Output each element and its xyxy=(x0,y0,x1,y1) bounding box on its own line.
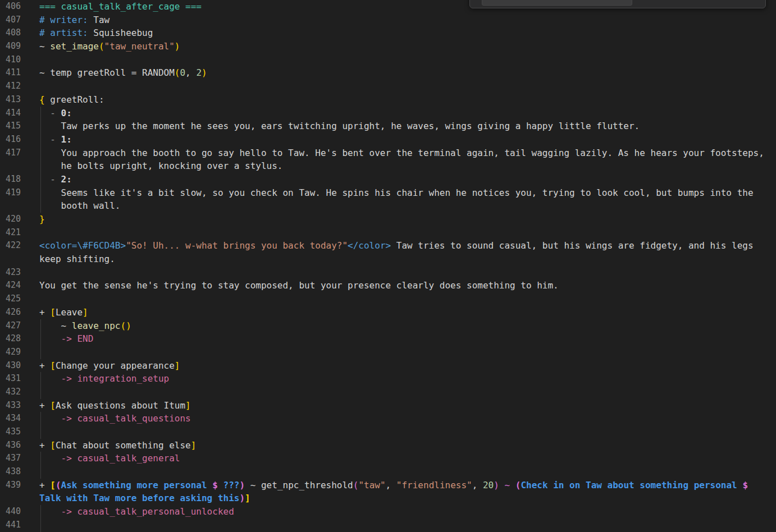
code-line[interactable]: 425 xyxy=(0,292,776,306)
code-line[interactable]: 424You get the sense he's trying to stay… xyxy=(0,279,776,292)
code-line-content: -> casual_talk_questions xyxy=(21,412,776,425)
line-number xyxy=(0,253,21,266)
code-line[interactable]: 412 xyxy=(0,80,776,93)
code-line[interactable]: 431 -> integration_setup xyxy=(0,372,776,386)
code-line[interactable]: booth wall. xyxy=(0,199,776,213)
indent-guide xyxy=(40,465,41,479)
code-line[interactable]: 427 ~ leave_npc() xyxy=(0,319,776,333)
code-line[interactable]: 417 You approach the booth to go say hel… xyxy=(0,146,776,160)
code-token: Talk with Taw more before asking this xyxy=(39,493,239,503)
code-line[interactable]: 415 Taw perks up the moment he sees you,… xyxy=(0,120,776,133)
code-token: - xyxy=(39,174,61,185)
code-line[interactable]: 428 -> END xyxy=(0,332,776,346)
code-line[interactable]: 432 xyxy=(0,386,776,399)
code-editor[interactable]: 406=== casual_talk_after_cage ===407# wr… xyxy=(0,0,776,532)
code-token: , xyxy=(472,480,483,490)
code-line-content: Taw perks up the moment he sees you, ear… xyxy=(21,120,776,133)
line-number: 433 xyxy=(0,399,21,412)
code-token xyxy=(39,506,61,517)
code-token: + xyxy=(39,480,50,490)
code-line[interactable]: 419 Seems like it's a bit slow, so you c… xyxy=(0,186,776,200)
code-line[interactable]: 434 -> casual_talk_questions xyxy=(0,412,776,425)
code-token: ] xyxy=(185,400,191,411)
code-line-content: - 2: xyxy=(21,173,776,186)
indent-guide xyxy=(40,386,41,399)
code-token: + xyxy=(39,440,50,451)
indent-guide xyxy=(40,452,41,465)
line-number: 428 xyxy=(0,332,21,346)
code-line-content: <color=\#F6CD4B>"So! Uh... w-what brings… xyxy=(21,239,776,253)
code-line[interactable]: 408# artist: Squisheebug xyxy=(0,26,776,40)
code-line[interactable]: 441 xyxy=(0,519,776,532)
code-token: -> END xyxy=(61,333,94,344)
code-token: Seems like it's a bit slow, so you check… xyxy=(39,187,754,198)
code-token: booth wall. xyxy=(39,200,121,211)
code-token: ( xyxy=(515,480,521,490)
code-line[interactable]: 423 xyxy=(0,266,776,279)
code-token: $ xyxy=(212,480,218,490)
code-line[interactable]: 416 - 1: xyxy=(0,133,776,146)
code-line[interactable]: 413{ greetRoll: xyxy=(0,93,776,107)
code-line[interactable]: 439+ [(Ask something more personal $ ???… xyxy=(0,479,776,492)
code-token: Leave xyxy=(56,307,83,318)
code-token: 1: xyxy=(61,134,72,145)
find-input[interactable] xyxy=(482,0,632,6)
code-token: ??? xyxy=(218,480,240,490)
code-token: ) xyxy=(175,41,180,52)
line-number: 438 xyxy=(0,465,21,479)
code-line[interactable]: 411~ temp greetRoll = RANDOM(0, 2) xyxy=(0,66,776,80)
code-line[interactable]: 409~ set_image("taw_neutral") xyxy=(0,40,776,53)
code-line[interactable]: 437 -> casual_talk_general xyxy=(0,452,776,465)
code-token: + xyxy=(39,307,50,318)
line-number: 421 xyxy=(0,226,21,240)
code-line[interactable]: 433+ [Ask questions about Itum] xyxy=(0,399,776,412)
code-line[interactable]: 430+ [Change your appearance] xyxy=(0,359,776,373)
code-line[interactable]: 440 -> casual_talk_personal_unlocked xyxy=(0,505,776,519)
code-token: -> casual_talk_general xyxy=(61,453,180,464)
code-line-content: keep shifting. xyxy=(21,253,776,266)
indent-guide xyxy=(40,332,41,346)
code-line-content: { greetRoll: xyxy=(21,93,776,107)
indent-guide xyxy=(40,425,41,439)
line-number: 416 xyxy=(0,133,21,146)
code-line[interactable]: Talk with Taw more before asking this)] xyxy=(0,492,776,505)
line-number: 441 xyxy=(0,519,21,532)
code-line[interactable]: he bolts upright, knocking over a stylus… xyxy=(0,159,776,173)
code-token: [ xyxy=(50,307,56,318)
code-token: - xyxy=(39,108,61,118)
indent-guide xyxy=(40,372,41,386)
code-token: Ask something more personal xyxy=(61,480,213,490)
line-number: 440 xyxy=(0,505,21,519)
code-line[interactable]: 410 xyxy=(0,53,776,67)
code-token: ~ xyxy=(39,320,72,331)
code-token: ) xyxy=(239,493,245,503)
code-line[interactable]: 407# writer: Taw xyxy=(0,13,776,27)
code-line-content: + [Chat about something else] xyxy=(21,439,776,452)
code-line[interactable]: 435 xyxy=(0,425,776,439)
code-token: 2 xyxy=(196,67,202,78)
code-token: You get the sense he's trying to stay co… xyxy=(39,280,559,291)
code-line[interactable]: 414 - 0: xyxy=(0,107,776,120)
code-line-content: + [Change your appearance] xyxy=(21,359,776,373)
code-line-content: Talk with Taw more before asking this)] xyxy=(21,492,776,505)
code-token: 0 xyxy=(180,67,185,78)
line-number: 420 xyxy=(0,213,21,226)
code-line[interactable]: 420} xyxy=(0,213,776,226)
code-line[interactable]: keep shifting. xyxy=(0,253,776,266)
code-token: ] xyxy=(83,307,88,318)
code-line[interactable]: 421 xyxy=(0,226,776,240)
code-line[interactable]: 438 xyxy=(0,465,776,479)
code-line-content: + [Ask questions about Itum] xyxy=(21,399,776,412)
code-line-content xyxy=(21,425,776,439)
code-line-content: he bolts upright, knocking over a stylus… xyxy=(21,159,776,173)
code-line[interactable]: 436+ [Chat about something else] xyxy=(0,439,776,452)
code-token: ] xyxy=(175,360,180,371)
code-line[interactable]: 422<color=\#F6CD4B>"So! Uh... w-what bri… xyxy=(0,239,776,253)
code-token: ( xyxy=(99,41,104,52)
indent-guide xyxy=(40,120,41,133)
code-line[interactable]: 418 - 2: xyxy=(0,173,776,186)
code-token: , xyxy=(185,67,196,78)
code-line[interactable]: 426+ [Leave] xyxy=(0,306,776,319)
code-line[interactable]: 429 xyxy=(0,346,776,359)
indent-guide xyxy=(40,412,41,425)
